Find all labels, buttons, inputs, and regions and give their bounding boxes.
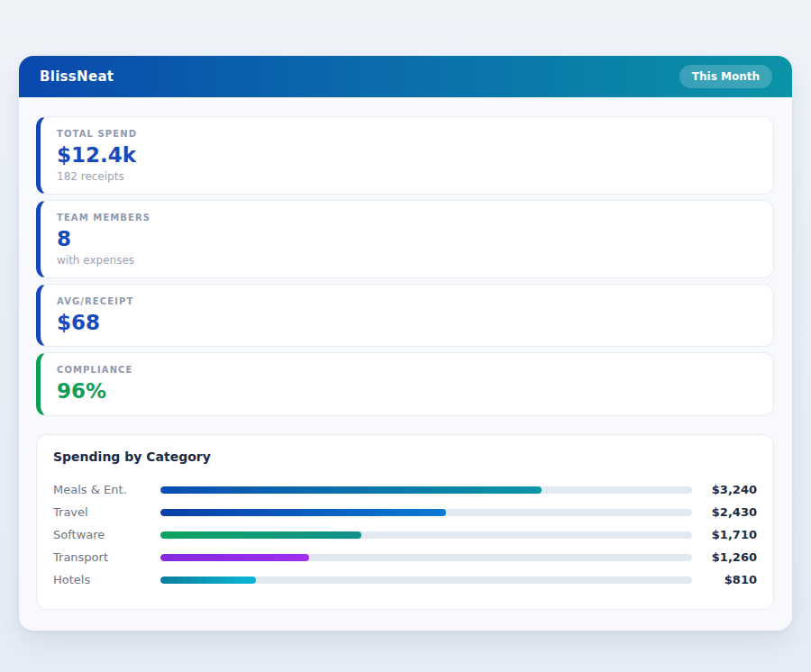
- category-bar-fill: [160, 577, 256, 584]
- category-bar-track: [160, 577, 692, 584]
- stat-label: AVG/RECEIPT: [57, 296, 757, 306]
- category-row: Hotels $810: [53, 568, 757, 591]
- chart-card: Spending by Category Meals & Ent. $3,240…: [36, 434, 774, 610]
- stat-value: $68: [57, 310, 757, 336]
- stat-label: TOTAL SPEND: [57, 129, 757, 139]
- category-bar-fill: [160, 509, 446, 516]
- category-bar-fill: [160, 486, 542, 494]
- stat-label: TEAM MEMBERS: [57, 213, 757, 222]
- category-value: $3,240: [692, 483, 757, 496]
- stat-sub: with expenses: [57, 254, 757, 267]
- category-row: Travel $2,430: [53, 501, 757, 523]
- category-bar-fill: [160, 531, 361, 539]
- category-row: Software $1,710: [53, 523, 757, 546]
- category-value: $1,710: [692, 528, 757, 541]
- category-bar-fill: [160, 554, 309, 561]
- stat-card: COMPLIANCE 96%: [36, 352, 774, 416]
- stat-card: TEAM MEMBERS 8 with expenses: [36, 200, 774, 278]
- app-card: BlissNeat This Month TOTAL SPEND $12.4k …: [19, 56, 792, 631]
- category-bar-track: [160, 531, 692, 539]
- app-title: BlissNeat: [40, 68, 114, 85]
- category-label: Hotels: [53, 573, 160, 586]
- category-value: $810: [692, 573, 757, 586]
- category-rows: Meals & Ent. $3,240 Travel $2,430 Softwa…: [53, 478, 757, 591]
- period-badge[interactable]: This Month: [679, 65, 772, 88]
- category-value: $1,260: [692, 550, 757, 564]
- dashboard-content: TOTAL SPEND $12.4k 182 receipts TEAM MEM…: [19, 97, 792, 631]
- stat-label: COMPLIANCE: [57, 365, 757, 375]
- category-label: Transport: [53, 550, 160, 564]
- stat-sub: 182 receipts: [57, 170, 757, 183]
- stat-card: AVG/RECEIPT $68: [36, 284, 774, 348]
- stat-value: $12.4k: [57, 142, 757, 168]
- chart-title: Spending by Category: [53, 450, 757, 464]
- app-header: BlissNeat This Month: [19, 56, 792, 97]
- stat-card: TOTAL SPEND $12.4k 182 receipts: [36, 116, 774, 195]
- category-bar-track: [160, 509, 692, 516]
- category-row: Meals & Ent. $3,240: [53, 478, 757, 501]
- stat-value: 8: [57, 226, 757, 252]
- category-label: Meals & Ent.: [53, 483, 160, 496]
- category-bar-track: [160, 554, 692, 561]
- category-bar-track: [160, 486, 692, 494]
- stat-value: 96%: [57, 378, 757, 404]
- category-label: Travel: [53, 505, 160, 519]
- category-row: Transport $1,260: [53, 546, 757, 568]
- category-value: $2,430: [692, 505, 757, 519]
- stats-list: TOTAL SPEND $12.4k 182 receipts TEAM MEM…: [36, 116, 774, 416]
- category-label: Software: [53, 528, 160, 541]
